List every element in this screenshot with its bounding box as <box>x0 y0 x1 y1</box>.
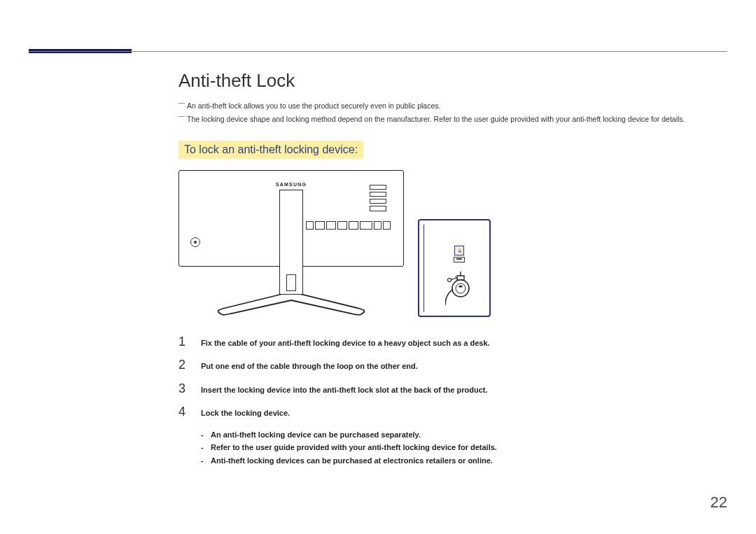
lock-slot-group: 🔒 <box>452 246 466 261</box>
monitor-back-diagram: SAMSUNG <box>178 170 404 317</box>
monitor-neck <box>279 190 303 295</box>
sub-note-2: Refer to the user guide provided with yo… <box>178 442 727 454</box>
sub-note-3: Anti-theft locking devices can be purcha… <box>178 455 727 468</box>
steps-list: 1 Fix the cable of your anti-theft locki… <box>178 335 727 468</box>
step-number: 4 <box>178 405 188 418</box>
step-1: 1 Fix the cable of your anti-theft locki… <box>178 335 727 349</box>
intro-note-1: An anti-theft lock allows you to use the… <box>178 100 727 112</box>
step-number: 3 <box>178 382 188 395</box>
svg-point-3 <box>448 278 451 281</box>
step-3: 3 Insert the locking device into the ant… <box>178 382 727 396</box>
step-number: 2 <box>178 358 188 371</box>
step-sub-notes: An anti-theft locking device can be purc… <box>178 429 727 468</box>
header-divider <box>29 51 727 52</box>
section-title: Anti-theft Lock <box>178 70 727 92</box>
ports-row <box>306 220 391 230</box>
speaker-grille <box>370 185 386 211</box>
sub-heading: To lock an anti-theft locking device: <box>178 141 363 159</box>
sub-note-1: An anti-theft locking device can be purc… <box>178 429 727 442</box>
brand-logo: SAMSUNG <box>276 182 307 187</box>
step-text: Fix the cable of your anti-theft locking… <box>201 335 490 349</box>
svg-point-1 <box>456 283 465 293</box>
step-number: 1 <box>178 335 188 348</box>
kensington-lock-icon: 🔒 <box>454 246 464 255</box>
joystick-button-icon <box>190 237 200 247</box>
intro-note-2: The locking device shape and locking met… <box>178 113 727 125</box>
content-area: Anti-theft Lock An anti-theft lock allow… <box>178 70 727 468</box>
cable-clip-icon <box>286 274 296 291</box>
lock-slot <box>454 257 465 262</box>
manual-page: Anti-theft Lock An anti-theft lock allow… <box>0 0 756 534</box>
step-text: Lock the locking device. <box>201 405 290 419</box>
step-text: Insert the locking device into the anti-… <box>201 382 488 396</box>
step-2: 2 Put one end of the cable through the l… <box>178 358 727 372</box>
page-number: 22 <box>710 493 727 512</box>
step-text: Put one end of the cable through the loo… <box>201 358 418 372</box>
lock-detail-callout: 🔒 <box>418 219 491 317</box>
svg-rect-2 <box>459 286 463 288</box>
step-4: 4 Lock the locking device. <box>178 405 727 419</box>
panel-edge: 🔒 <box>424 225 489 311</box>
illustration-row: SAMSUNG 🔒 <box>178 170 727 317</box>
lock-device-icon <box>445 270 473 307</box>
